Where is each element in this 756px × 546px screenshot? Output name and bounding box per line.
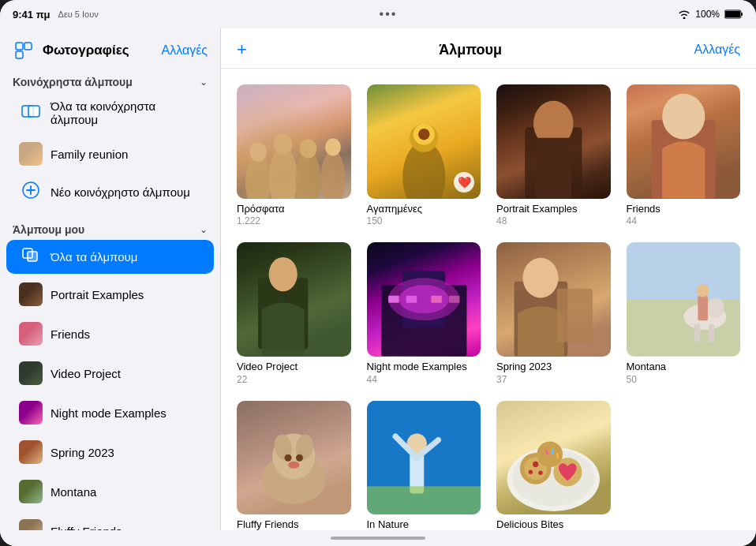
spring-2023-count: 37	[496, 374, 611, 385]
sidebar-edit-button[interactable]: Αλλαγές	[161, 43, 208, 58]
content-edit-button[interactable]: Αλλαγές	[694, 43, 740, 57]
my-albums-section-header[interactable]: Άλμπουμ μου ⌄	[0, 217, 220, 239]
fluffy-friends-name: Fluffy Friends	[237, 518, 351, 530]
svg-rect-51	[708, 324, 713, 342]
friends-count: 44	[627, 215, 741, 226]
svg-rect-2	[725, 11, 740, 17]
album-friends[interactable]: Friends 44	[627, 84, 741, 226]
album-night-mode[interactable]: Night mode Examples 44	[367, 242, 481, 384]
sidebar-item-new-shared[interactable]: Νέο κοινόχρηστο άλμπουμ	[6, 174, 214, 210]
new-shared-label: Νέο κοινόχρηστο άλμπουμ	[51, 185, 190, 199]
sidebar-item-portrait[interactable]: Portrait Examples	[6, 275, 214, 313]
all-albums-label: Όλα τα άλμπουμ	[51, 250, 137, 264]
add-album-button[interactable]: +	[237, 39, 247, 60]
status-right: 100%	[678, 9, 743, 20]
portrait-examples-thumb	[496, 84, 611, 199]
sidebar-item-video-project[interactable]: Video Project	[6, 354, 214, 392]
svg-point-58	[285, 454, 292, 462]
status-bar: 9:41 πμ Δευ 5 Ιουν ••• 100%	[0, 0, 756, 28]
album-video-project[interactable]: Video Project 22	[237, 242, 351, 384]
album-delicious-bites[interactable]: Delicious Bites 10	[496, 401, 611, 530]
svg-point-21	[274, 134, 292, 155]
in-nature-main-thumb	[367, 401, 481, 515]
sidebar-header: Φωτογραφίες Αλλαγές	[0, 28, 220, 69]
svg-point-22	[299, 140, 316, 159]
svg-point-19	[321, 151, 346, 199]
montana-name: Montana	[627, 361, 741, 374]
spring-2023-main-thumb	[496, 242, 611, 357]
favorites-thumb: ❤️	[367, 84, 481, 199]
sidebar-item-spring-2023[interactable]: Spring 2023	[6, 433, 214, 471]
content-header: + Άλμπουμ Αλλαγές	[221, 28, 756, 69]
shared-section-header[interactable]: Κοινόχρηστα άλμπουμ ⌄	[0, 69, 220, 92]
album-montana[interactable]: Montana 50	[627, 242, 741, 384]
shared-chevron-icon: ⌄	[200, 77, 208, 88]
svg-point-72	[529, 469, 533, 473]
delicious-bites-name: Delicious Bites	[496, 518, 611, 530]
friends-thumb	[19, 322, 43, 346]
album-portrait-examples[interactable]: Portrait Examples 48	[496, 84, 611, 226]
home-indicator	[0, 530, 756, 546]
all-shared-label: Όλα τα κοινόχρηστα άλμπουμ	[51, 99, 204, 126]
in-nature-name: In Nature	[367, 518, 481, 530]
album-recents[interactable]: Πρόσφατα 1.222	[237, 84, 351, 226]
night-mode-label: Night mode Examples	[51, 406, 167, 420]
portrait-examples-count: 48	[496, 215, 611, 226]
sidebar-item-montana[interactable]: Montana	[6, 473, 214, 510]
portrait-label: Portrait Examples	[51, 288, 144, 301]
svg-point-53	[696, 285, 709, 297]
spring-2023-name: Spring 2023	[496, 361, 611, 374]
sidebar-title: Φωτογραφίες	[43, 43, 129, 58]
wifi-icon	[678, 9, 691, 19]
fluffy-friends-label: Fluffy Friends	[51, 525, 122, 531]
sidebar: Φωτογραφίες Αλλαγές Κοινόχρηστα άλμπουμ …	[0, 28, 221, 530]
sidebar-item-night-mode[interactable]: Night mode Examples	[6, 394, 214, 432]
svg-rect-7	[28, 106, 39, 117]
fluffy-friends-thumb	[19, 519, 43, 530]
svg-rect-5	[16, 51, 23, 58]
video-project-thumb	[19, 361, 43, 385]
recents-thumb	[237, 84, 351, 199]
svg-point-60	[288, 462, 299, 469]
svg-rect-45	[557, 289, 593, 342]
montana-label: Montana	[51, 485, 96, 499]
svg-point-44	[522, 258, 558, 298]
svg-rect-46	[627, 242, 741, 299]
svg-point-34	[269, 257, 298, 291]
night-mode-name: Night mode Examples	[367, 361, 481, 374]
sidebar-item-all-shared[interactable]: Όλα τα κοινόχρηστα άλμπουμ	[6, 92, 214, 133]
album-favorites[interactable]: ❤️ Αγαπημένες 150	[367, 84, 481, 226]
album-fluffy-friends[interactable]: Fluffy Friends 8	[237, 401, 351, 530]
svg-rect-30	[536, 138, 571, 199]
night-mode-thumb	[19, 401, 43, 424]
sidebar-item-friends[interactable]: Friends	[6, 315, 214, 353]
favorites-count: 150	[367, 215, 481, 226]
new-shared-plus-icon	[19, 181, 43, 203]
favorites-heart-icon: ❤️	[454, 172, 474, 193]
montana-main-thumb	[627, 242, 741, 357]
home-bar[interactable]	[331, 537, 425, 540]
night-mode-count: 44	[367, 374, 481, 385]
ipad-frame: 9:41 πμ Δευ 5 Ιουν ••• 100%	[0, 0, 756, 546]
sidebar-item-fluffy-friends[interactable]: Fluffy Friends	[6, 512, 214, 530]
montana-thumb	[19, 480, 43, 503]
video-project-label: Video Project	[51, 367, 121, 380]
album-in-nature[interactable]: In Nature 53	[367, 401, 481, 530]
svg-rect-4	[24, 43, 32, 50]
svg-point-49	[707, 298, 724, 318]
my-albums-section-title: Άλμπουμ μου	[13, 223, 84, 236]
svg-rect-66	[367, 486, 481, 514]
friends-main-thumb	[627, 84, 741, 199]
sidebar-panel-icon[interactable]	[13, 39, 35, 62]
svg-rect-1	[741, 13, 743, 16]
sidebar-item-family-reunion[interactable]: Family reunion	[6, 135, 214, 173]
sidebar-item-all-albums[interactable]: Όλα τα άλμπουμ	[6, 240, 214, 274]
svg-rect-3	[16, 43, 23, 50]
shared-albums-icon	[19, 103, 43, 123]
recents-count: 1.222	[237, 215, 351, 226]
svg-rect-12	[28, 252, 37, 261]
status-time: 9:41 πμ	[13, 9, 51, 21]
fluffy-friends-main-thumb	[237, 401, 351, 515]
album-spring-2023[interactable]: Spring 2023 37	[496, 242, 611, 384]
friends-label: Friends	[51, 327, 90, 341]
